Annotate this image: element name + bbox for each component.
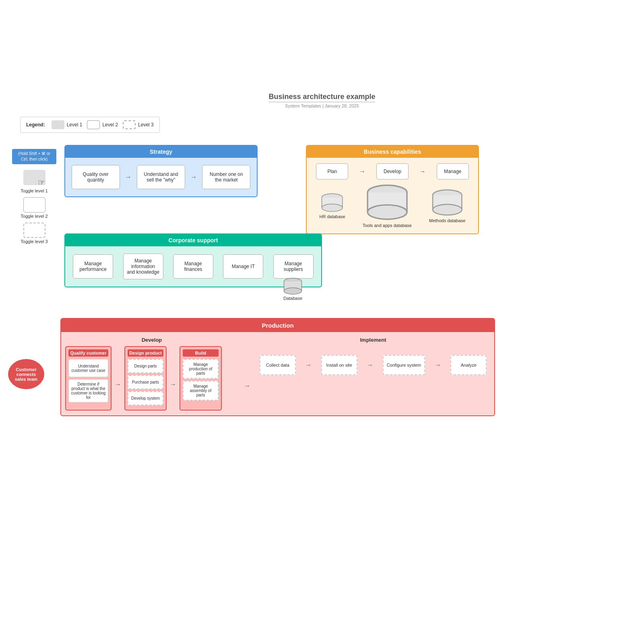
biz-cap-row2: HR database Tools and apps database <box>311 184 474 228</box>
prod-box: Production Develop Qualify customer Unde… <box>60 318 495 416</box>
develop-to-implement-arrow: → <box>244 337 250 411</box>
toggle-level3-label: Toggle level 3 <box>21 239 47 244</box>
biz-cap-row1: Plan → Develop → Manage <box>311 163 474 180</box>
methods-db-icon <box>429 189 466 217</box>
legend-level3-label: Level 3 <box>138 122 154 128</box>
svg-point-17 <box>284 288 302 294</box>
biz-cap-plan[interactable]: Plan <box>316 163 348 180</box>
strategy-item-1[interactable]: Understand and sell the "why" <box>137 165 185 189</box>
impl-item-0[interactable]: Collect data <box>260 355 296 375</box>
legend-box-2 <box>87 120 100 129</box>
legend-label: Legend: <box>26 122 45 128</box>
legend-level3-item: Level 3 <box>123 120 154 129</box>
design-header: Design product <box>128 349 163 357</box>
design-box: Design product Design parts Purchase par… <box>124 346 167 411</box>
qualify-header: Qualify customer <box>68 349 108 357</box>
impl-arrow-3: → <box>435 361 441 369</box>
develop-section: Develop Qualify customer Understand cust… <box>65 337 238 411</box>
subtitle: System Templates | January 28, 2025 <box>268 103 375 108</box>
toggle-level3-item[interactable]: Toggle level 3 <box>12 223 56 244</box>
page-container: Business architecture example System Tem… <box>0 0 644 644</box>
impl-item-2[interactable]: Configure system <box>383 355 425 375</box>
corp-item-4[interactable]: Manage suppliers <box>273 254 314 279</box>
impl-item-3[interactable]: Analyze <box>450 355 487 375</box>
design-item-1[interactable]: Purchase parts <box>128 375 163 389</box>
strategy-arrow-1: → <box>125 173 132 181</box>
biz-cap-content: Plan → Develop → Manage <box>307 158 478 233</box>
biz-cap-box: Business capabilities Plan → Develop → M… <box>306 145 479 234</box>
standalone-db: Database <box>282 278 304 301</box>
design-to-build-arrow: → <box>170 346 176 411</box>
tools-db-icon <box>363 184 412 222</box>
strategy-header: Strategy <box>65 146 257 158</box>
build-item-1[interactable]: Manage assembly of parts <box>183 381 219 400</box>
toggle-level2-item[interactable]: Toggle level 2 <box>12 197 56 219</box>
corp-item-2[interactable]: Manage finances <box>173 254 213 279</box>
strategy-box: Strategy Quality over quantity → Underst… <box>64 145 258 197</box>
qualify-item-0[interactable]: Understand customer use case <box>68 359 108 377</box>
methods-database: Methods database <box>429 189 466 223</box>
legend: Legend: Level 1 Level 2 Level 3 <box>20 117 160 133</box>
corp-header: Corporate support <box>65 234 321 246</box>
strategy-item-0[interactable]: Quality over quantity <box>72 165 120 189</box>
legend-level2-item: Level 2 <box>87 120 118 129</box>
build-header: Build <box>183 349 219 357</box>
toggle-level1-item[interactable]: ☞ Toggle level 1 <box>12 170 56 193</box>
tools-database: Tools and apps database <box>363 184 412 228</box>
toggle-level1-label: Toggle level 1 <box>21 188 47 193</box>
develop-inner: Qualify customer Understand customer use… <box>65 346 238 411</box>
strategy-arrow-2: → <box>190 173 197 181</box>
legend-level1-item: Level 1 <box>52 120 83 129</box>
impl-arrow-2: → <box>367 361 373 369</box>
impl-arrow-1: → <box>305 361 312 369</box>
customer-oval[interactable]: Customer connects sales team <box>8 359 44 389</box>
corp-item-3[interactable]: Manage IT <box>223 254 263 279</box>
corp-item-1[interactable]: Manage information and knowledge <box>123 254 163 279</box>
hr-database: HR database <box>319 193 345 219</box>
develop-header: Develop <box>65 337 238 343</box>
svg-point-12 <box>433 204 462 215</box>
design-item-0[interactable]: Design parts <box>128 359 163 373</box>
build-box: Build Manage production of parts Manage … <box>180 346 222 411</box>
design-item-2[interactable]: Develop system <box>128 391 163 405</box>
biz-cap-header: Business capabilities <box>307 146 478 158</box>
biz-arrow-2: → <box>419 168 426 175</box>
qualify-to-design-arrow: → <box>115 346 121 411</box>
prod-content: Develop Qualify customer Understand cust… <box>61 332 494 415</box>
qualify-item-1[interactable]: Determine if product is what the custome… <box>68 379 108 402</box>
legend-box-1 <box>52 120 64 129</box>
hr-db-icon <box>319 193 345 213</box>
title-area: Business architecture example System Tem… <box>268 93 375 108</box>
svg-point-7 <box>367 205 407 219</box>
legend-level2-label: Level 2 <box>102 122 118 128</box>
hold-hint: (Hold Shift + ⌘ or Ctrl, then click) <box>12 149 56 164</box>
strategy-items: Quality over quantity → Understand and s… <box>65 158 257 196</box>
standalone-db-icon <box>282 278 304 296</box>
toggle-panel: (Hold Shift + ⌘ or Ctrl, then click) ☞ T… <box>12 149 56 244</box>
toggle-level2-box[interactable] <box>23 197 45 213</box>
legend-level1-label: Level 1 <box>67 122 83 128</box>
toggle-level3-box[interactable] <box>23 223 45 238</box>
implement-section: Implement Collect data → Install on site… <box>256 337 490 411</box>
legend-box-3 <box>123 120 136 129</box>
biz-cap-manage[interactable]: Manage <box>437 163 469 180</box>
main-title: Business architecture example <box>268 93 375 102</box>
implement-header: Implement <box>256 337 490 343</box>
strategy-item-2[interactable]: Number one on the market <box>202 165 250 189</box>
build-item-0[interactable]: Manage production of parts <box>183 359 219 379</box>
toggle-level2-label: Toggle level 2 <box>21 214 47 219</box>
prod-header: Production <box>61 319 494 332</box>
qualify-box: Qualify customer Understand customer use… <box>65 346 111 411</box>
biz-arrow-1: → <box>359 168 365 175</box>
impl-item-1[interactable]: Install on site <box>321 355 357 375</box>
svg-point-2 <box>322 204 343 212</box>
biz-cap-develop[interactable]: Develop <box>376 163 409 180</box>
implement-inner: Collect data → Install on site → Configu… <box>256 355 490 375</box>
corp-item-0[interactable]: Manage performance <box>73 254 113 279</box>
standalone-db-label: Database <box>283 296 302 301</box>
